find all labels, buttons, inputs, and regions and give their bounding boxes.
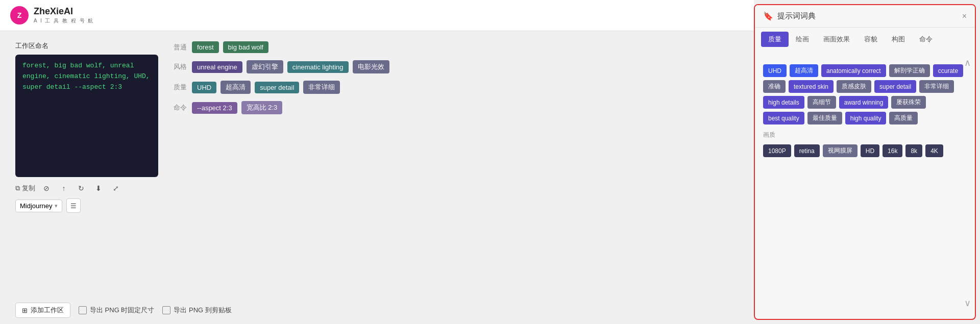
dtag-high-quality-cn[interactable]: 高质量 — [889, 112, 918, 124]
scroll-down-arrow[interactable]: ∨ — [964, 297, 971, 309]
scroll-up-arrow[interactable]: ∧ — [964, 57, 971, 68]
tag-row-cmd: 命令 --aspect 2:3 宽高比 2:3 — [174, 101, 739, 114]
refresh-icon[interactable]: ↻ — [75, 182, 87, 194]
logo-avatar: Z — [10, 6, 29, 24]
dictionary-panel: 🔖 提示词词典 × 质量 绘画 画面效果 容貌 构图 命令 ∧ UHD 超高清 … — [754, 4, 976, 320]
toolbar: ⧉ 复制 ⊘ ↑ ↻ ⬇ ⤢ — [15, 182, 158, 194]
tab-painting[interactable]: 绘画 — [789, 32, 816, 47]
dtag-hd[interactable]: HD — [861, 144, 879, 157]
logo-text: ZheXieAI A I 工 具 教 程 号 航 — [34, 6, 94, 24]
dict-title: 提示词词典 — [777, 11, 816, 21]
logo-subtitle: A I 工 具 教 程 号 航 — [34, 17, 94, 24]
tag-uhd-en[interactable]: UHD — [192, 82, 216, 93]
dtag-textured-skin-cn[interactable]: 质感皮肤 — [837, 80, 871, 93]
app-header: Z ZheXieAI A I 工 具 教 程 号 航 — [0, 0, 754, 31]
dtag-uhd-cn[interactable]: 超高清 — [790, 64, 818, 77]
upload-icon[interactable]: ↑ — [58, 182, 70, 194]
tab-appearance[interactable]: 容貌 — [857, 32, 885, 47]
row-label-style: 风格 — [174, 62, 188, 71]
tag-cinematic-lighting-cn[interactable]: 电影光效 — [353, 60, 389, 73]
add-workspace-button[interactable]: ⊞ 添加工作区 — [15, 303, 70, 318]
tag-row-style: 风格 unreal engine 虚幻引擎 cinematic lighting… — [174, 60, 739, 73]
dtag-high-details-en[interactable]: high details — [763, 96, 804, 109]
row-label-normal: 普通 — [174, 43, 188, 52]
dtag-anat-correct-en[interactable]: anatomically correct — [821, 64, 886, 77]
checkbox-icon-2 — [162, 306, 170, 314]
tag-forest[interactable]: forest — [192, 41, 219, 53]
dtag-retina-en[interactable]: retina — [794, 144, 820, 157]
tag-row-quality: 质量 UHD 超高清 super detail 非常详细 — [174, 81, 739, 94]
tag-unreal-engine-en[interactable]: unreal engine — [192, 61, 242, 73]
dict-header: 🔖 提示词词典 × — [755, 5, 975, 28]
code-editor[interactable]: forest, big bad wolf, unreal engine, cin… — [15, 55, 158, 177]
tag-row-normal: 普通 forest big bad wolf — [174, 41, 739, 53]
dtag-1080p[interactable]: 1080P — [763, 144, 791, 157]
tag-aspect-cn[interactable]: 宽高比 2:3 — [241, 101, 283, 114]
dict-icon: 🔖 — [763, 11, 773, 21]
tag-big-bad-wolf[interactable]: big bad wolf — [223, 41, 268, 53]
tag-super-detail-en[interactable]: super detail — [255, 82, 299, 93]
add-workspace-icon: ⊞ — [22, 307, 28, 314]
tag-uhd-cn[interactable]: 超高清 — [220, 81, 251, 94]
checkbox-icon — [79, 306, 87, 314]
download-icon[interactable]: ⬇ — [92, 182, 105, 194]
dtag-8k[interactable]: 8k — [905, 144, 922, 157]
dtag-4k[interactable]: 4K — [925, 144, 943, 157]
dtag-super-detail-en[interactable]: super detail — [874, 80, 916, 93]
copy-button[interactable]: ⧉ 复制 — [15, 184, 35, 193]
tab-screen-effect[interactable]: 画面效果 — [816, 32, 857, 47]
tag-aspect-cmd[interactable]: --aspect 2:3 — [192, 102, 237, 114]
dtag-retina-cn[interactable]: 视网膜屏 — [823, 144, 857, 157]
copy-icon: ⧉ — [15, 184, 20, 192]
dict-content: ∧ UHD 超高清 anatomically correct 解剖学正确 ccu… — [755, 47, 975, 319]
row-label-cmd: 命令 — [174, 103, 188, 112]
dtag-16k[interactable]: 16k — [883, 144, 902, 157]
chevron-down-icon: ▾ — [55, 203, 58, 209]
dropdown-row: Midjourney ▾ ☰ — [15, 198, 158, 213]
dtag-uhd-en[interactable]: UHD — [763, 64, 787, 77]
model-dropdown[interactable]: Midjourney ▾ — [15, 200, 62, 212]
dtag-ccurate-cn[interactable]: 准确 — [763, 80, 786, 93]
tab-command[interactable]: 命令 — [912, 32, 940, 47]
dtag-award-winning-en[interactable]: award winning — [839, 96, 889, 109]
section-label-huazhi: 画质 — [763, 131, 967, 139]
settings-icon-btn[interactable]: ☰ — [66, 198, 81, 213]
workspace-label: 工作区命名 — [15, 41, 158, 51]
logo-title: ZheXieAI — [34, 6, 94, 17]
tab-quality[interactable]: 质量 — [761, 32, 789, 47]
tag-super-detail-cn[interactable]: 非常详细 — [303, 81, 340, 94]
dtag-super-detail-cn[interactable]: 非常详细 — [919, 80, 954, 93]
dtag-award-winning-cn[interactable]: 屡获殊荣 — [891, 96, 926, 109]
workspace-panel: 工作区命名 forest, big bad wolf, unreal engin… — [15, 41, 158, 286]
bottom-bar: ⊞ 添加工作区 导出 PNG 时固定尺寸 导出 PNG 到剪贴板 — [0, 296, 754, 324]
clear-icon[interactable]: ⊘ — [40, 182, 53, 194]
dict-tabs: 质量 绘画 画面效果 容貌 构图 命令 — [755, 28, 975, 47]
quality-tags-section: UHD 超高清 anatomically correct 解剖学正确 ccura… — [763, 64, 967, 124]
dtag-high-quality-en[interactable]: high quality — [845, 112, 887, 124]
dict-title-row: 🔖 提示词词典 — [763, 11, 816, 21]
dtag-best-quality-en[interactable]: best quality — [763, 112, 804, 124]
row-label-quality: 质量 — [174, 83, 188, 92]
dtag-textured-skin-en[interactable]: textured skin — [789, 80, 834, 93]
dtag-best-quality-cn[interactable]: 最佳质量 — [807, 112, 842, 124]
tag-cinematic-lighting-en[interactable]: cinematic lighting — [287, 61, 349, 73]
expand-icon[interactable]: ⤢ — [110, 182, 122, 194]
tags-panel: 普通 forest big bad wolf 风格 unreal engine … — [174, 41, 739, 286]
tag-unreal-engine-cn[interactable]: 虚幻引擎 — [247, 60, 283, 73]
tab-composition[interactable]: 构图 — [885, 32, 912, 47]
dtag-high-details-cn[interactable]: 高细节 — [807, 96, 836, 109]
dtag-anat-correct-cn[interactable]: 解剖学正确 — [889, 64, 930, 77]
close-button[interactable]: × — [962, 12, 967, 21]
export-png-clipboard-button[interactable]: 导出 PNG 到剪贴板 — [162, 306, 231, 315]
huazhi-tags-section: 1080P retina 视网膜屏 HD 16k 8k 4K — [763, 144, 967, 157]
dtag-ccurate-en[interactable]: ccurate — [933, 64, 963, 77]
export-png-size-button[interactable]: 导出 PNG 时固定尺寸 — [79, 306, 154, 315]
